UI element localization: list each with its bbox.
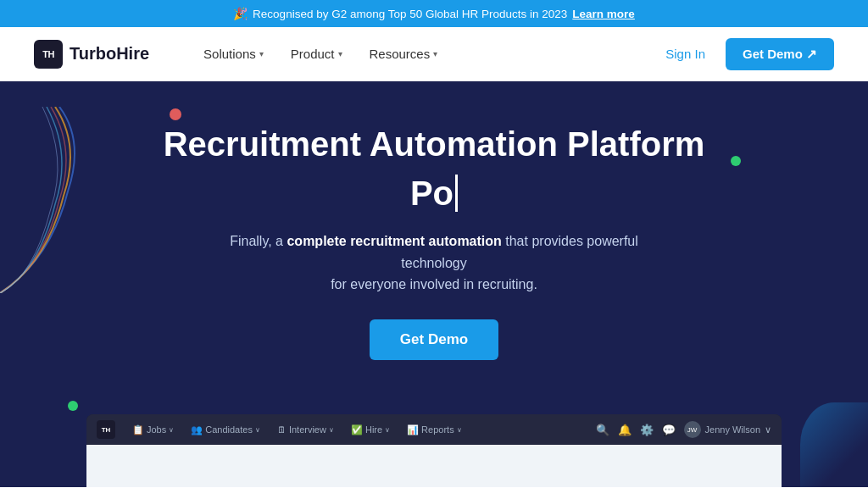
app-nav-hire[interactable]: ✅ Hire ∨ xyxy=(344,421,397,439)
chevron-down-icon: ▾ xyxy=(259,49,264,58)
typed-text-value: Po xyxy=(410,173,453,214)
logo-text: TurboHire xyxy=(70,44,149,64)
hero-desc-part1: Finally, a xyxy=(230,234,287,248)
chevron-down-icon: ▾ xyxy=(433,49,437,58)
chevron-down-icon: ∨ xyxy=(169,426,174,434)
nav-product-label: Product xyxy=(291,47,335,61)
hero-content: Recruitment Automation Platform Po Final… xyxy=(164,124,705,360)
hero-typed-text: Po xyxy=(164,173,705,214)
nav-solutions-label: Solutions xyxy=(203,47,256,61)
app-preview: TH 📋 Jobs ∨ 👥 Candidates ∨ 🗓 Interview ∨ xyxy=(86,414,782,487)
bell-icon[interactable]: 🔔 xyxy=(618,424,632,436)
app-nav-items: 📋 Jobs ∨ 👥 Candidates ∨ 🗓 Interview ∨ ✅ … xyxy=(125,421,586,439)
interview-icon: 🗓 xyxy=(277,424,287,435)
navbar: TH TurboHire Solutions ▾ Product ▾ Resou… xyxy=(0,27,868,81)
decorative-curves xyxy=(0,107,136,293)
app-nav-candidates-label: Candidates xyxy=(205,424,253,435)
chevron-down-icon: ∨ xyxy=(385,426,390,434)
app-right-icons: 🔍 🔔 ⚙️ 💬 JW Jenny Wilson ∨ xyxy=(596,421,771,438)
nav-links: Solutions ▾ Product ▾ Resources ▾ xyxy=(192,40,655,68)
app-nav-interview-label: Interview xyxy=(289,424,326,435)
top-banner: 🎉 Recognised by G2 among Top 50 Global H… xyxy=(0,0,868,27)
logo-box: TH xyxy=(34,40,63,69)
settings-icon[interactable]: ⚙️ xyxy=(640,424,654,436)
hero-description: Finally, a complete recruitment automati… xyxy=(197,230,671,296)
reports-icon: 📊 xyxy=(407,424,419,435)
search-icon[interactable]: 🔍 xyxy=(596,424,609,436)
app-content-area xyxy=(86,445,782,487)
nav-item-resources[interactable]: Resources ▾ xyxy=(358,40,450,68)
chat-icon[interactable]: 💬 xyxy=(662,424,676,436)
chevron-down-icon: ∨ xyxy=(255,426,260,434)
avatar: JW xyxy=(684,421,701,438)
app-nav-reports[interactable]: 📊 Reports ∨ xyxy=(400,421,469,439)
app-nav-candidates[interactable]: 👥 Candidates ∨ xyxy=(184,421,267,439)
app-nav-jobs[interactable]: 📋 Jobs ∨ xyxy=(125,421,181,439)
chevron-down-icon: ∨ xyxy=(329,426,334,434)
app-topbar: TH 📋 Jobs ∨ 👥 Candidates ∨ 🗓 Interview ∨ xyxy=(86,414,782,445)
decorative-dot-green-top xyxy=(731,156,741,166)
hero-desc-bold: complete recruitment automation xyxy=(287,234,501,248)
hero-section: Recruitment Automation Platform Po Final… xyxy=(0,81,868,487)
decorative-dot-green-bottom xyxy=(68,401,78,411)
nav-resources-label: Resources xyxy=(370,47,431,61)
decorative-blob-right xyxy=(800,402,868,487)
logo-area[interactable]: TH TurboHire xyxy=(34,40,149,69)
chevron-down-icon: ▾ xyxy=(338,49,342,58)
app-nav-interview[interactable]: 🗓 Interview ∨ xyxy=(270,421,341,439)
banner-text: Recognised by G2 among Top 50 Global HR … xyxy=(253,8,567,20)
get-demo-nav-button[interactable]: Get Demo ↗ xyxy=(726,38,834,70)
decorative-dot-red xyxy=(170,108,181,120)
hire-icon: ✅ xyxy=(351,424,363,435)
chevron-down-icon: ∨ xyxy=(457,426,462,434)
nav-item-solutions[interactable]: Solutions ▾ xyxy=(192,40,275,68)
app-user-area[interactable]: JW Jenny Wilson ∨ xyxy=(684,421,771,438)
nav-item-product[interactable]: Product ▾ xyxy=(279,40,354,68)
chevron-down-icon: ∨ xyxy=(765,424,771,435)
candidates-icon: 👥 xyxy=(191,424,203,435)
app-logo-small: TH xyxy=(97,420,115,439)
hero-desc-line2: for everyone involved in recruiting. xyxy=(331,277,537,291)
sign-in-button[interactable]: Sign In xyxy=(655,40,715,68)
hero-get-demo-button[interactable]: Get Demo xyxy=(370,319,498,360)
app-nav-jobs-label: Jobs xyxy=(147,424,166,435)
app-nav-hire-label: Hire xyxy=(365,424,382,435)
banner-learn-more-link[interactable]: Learn more xyxy=(572,8,635,20)
hero-title: Recruitment Automation Platform xyxy=(164,124,705,164)
app-user-name: Jenny Wilson xyxy=(705,424,760,435)
jobs-icon: 📋 xyxy=(132,424,144,435)
banner-emoji: 🎉 xyxy=(233,7,248,20)
app-nav-reports-label: Reports xyxy=(421,424,454,435)
typing-cursor xyxy=(455,175,458,212)
nav-actions: Sign In Get Demo ↗ xyxy=(655,38,834,70)
